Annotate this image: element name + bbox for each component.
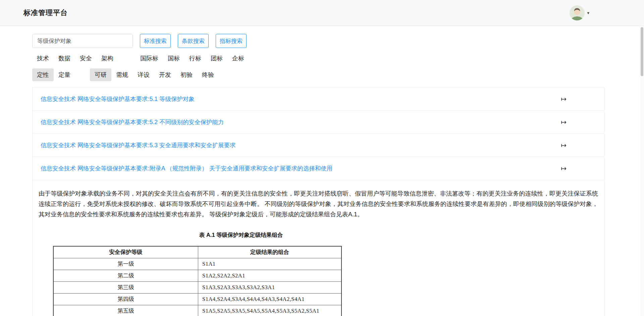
results-list: 信息安全技术 网络安全等级保护基本要求:5.1 等级保护对象 ↦ 信息安全技术 … (32, 87, 604, 180)
table-row: 第一级 S1A1 (53, 258, 341, 270)
result-title-link[interactable]: 信息安全技术 网络安全等级保护基本要求:5.3 安全通用要求和安全扩展要求 (41, 141, 235, 149)
filter-row-2: 定性 定量 可研 需规 详设 开发 初验 终验 (32, 68, 604, 81)
avatar[interactable] (570, 5, 585, 20)
filter-chip-phase[interactable]: 需规 (111, 68, 133, 81)
filter-group-standard-types: 国际标 国标 行标 团标 企标 (136, 52, 249, 65)
filter-chip-standard-type[interactable]: 行标 (184, 52, 206, 65)
level-cell: 第二级 (53, 270, 198, 282)
filter-chip-standard-type[interactable]: 国标 (163, 52, 184, 65)
filter-chip-method[interactable]: 定性 (32, 68, 54, 81)
level-cell: 第三级 (53, 282, 198, 294)
level-cell: 第五级 (53, 305, 198, 316)
result-title-link[interactable]: 信息安全技术 网络安全等级保护基本要求:附录A （规范性附录） 关于安全通用要求… (41, 164, 332, 172)
result-row[interactable]: 信息安全技术 网络安全等级保护基本要求:5.1 等级保护对象 ↦ (32, 87, 604, 111)
open-arrow-icon[interactable]: ↦ (561, 164, 567, 172)
table-scan: 表 A.1 等级保护对象定级结果组合 安全保护等级 定级结果的组合 第一级 S1… (53, 231, 342, 316)
table-row: 第二级 S1A2,S2A2,S2A1 (53, 270, 341, 282)
table-row: 第五级 S1A5,S2A5,S3A5,S4A5,S5A4,S5A3,S5A2,S… (53, 305, 341, 316)
filter-chip-phase[interactable]: 开发 (154, 68, 176, 81)
table-header-row: 安全保护等级 定级结果的组合 (53, 246, 341, 258)
table-row: 第四级 S1A4,S2A4,S3A4,S4A4,S4A3,S4A2,S4A1 (53, 294, 341, 305)
chevron-down-icon[interactable]: ▾ (587, 10, 589, 15)
filter-group-dimensions: 技术 数据 安全 架构 (32, 52, 118, 65)
combination-cell: S1A4,S2A4,S3A4,S4A4,S4A3,S4A2,S4A1 (198, 294, 342, 305)
result-row[interactable]: 信息安全技术 网络安全等级保护基本要求:5.3 安全通用要求和安全扩展要求 ↦ (32, 134, 604, 157)
main-content: 标准搜索 条款搜索 指标搜索 技术 数据 安全 架构 国际标 国标 行标 团标 (0, 34, 644, 316)
combination-cell: S1A2,S2A2,S2A1 (198, 270, 342, 282)
filter-chip-method[interactable]: 定量 (54, 68, 75, 81)
table-header-cell-level: 安全保护等级 (53, 246, 198, 258)
clause-search-button[interactable]: 条款搜索 (178, 34, 209, 48)
standard-search-button[interactable]: 标准搜索 (140, 34, 171, 48)
filter-chip-phase[interactable]: 初验 (176, 68, 197, 81)
app-title: 标准管理平台 (23, 8, 68, 17)
table-caption: 表 A.1 等级保护对象定级结果组合 (97, 231, 385, 239)
detail-panel: 由于等级保护对象承载的业务不同，对其的安全关注点会有所不同，有的更关注信息的安全… (32, 180, 604, 316)
filter-chip-phase[interactable]: 可研 (90, 68, 111, 81)
level-cell: 第一级 (53, 258, 198, 270)
detail-paragraph: 由于等级保护对象承载的业务不同，对其的安全关注点会有所不同，有的更关注信息的安全… (39, 189, 598, 220)
search-bar: 标准搜索 条款搜索 指标搜索 (32, 34, 604, 48)
combination-cell: S1A1 (198, 258, 342, 270)
combination-cell: S1A3,S2A3,S3A3,S3A2,S3A1 (198, 282, 342, 294)
result-row[interactable]: 信息安全技术 网络安全等级保护基本要求:附录A （规范性附录） 关于安全通用要求… (32, 157, 604, 180)
filter-row-1: 技术 数据 安全 架构 国际标 国标 行标 团标 企标 (32, 52, 604, 65)
filter-chip-phase[interactable]: 详设 (133, 68, 154, 81)
level-cell: 第四级 (53, 294, 198, 305)
grading-result-table: 安全保护等级 定级结果的组合 第一级 S1A1 第二级 S1A2,S2A2,S2… (53, 246, 342, 316)
filter-chip-standard-type[interactable]: 企标 (227, 52, 249, 65)
filter-chip-dimension[interactable]: 数据 (54, 52, 75, 65)
filter-chip-dimension[interactable]: 安全 (75, 52, 97, 65)
user-menu[interactable]: ▾ (570, 0, 589, 25)
table-header-cell-combination: 定级结果的组合 (198, 246, 342, 258)
filter-chip-dimension[interactable]: 技术 (32, 52, 54, 65)
open-arrow-icon[interactable]: ↦ (561, 118, 567, 126)
result-title-link[interactable]: 信息安全技术 网络安全等级保护基本要求:5.2 不同级别的安全保护能力 (41, 118, 224, 126)
scrollbar-thumb[interactable] (641, 27, 643, 76)
filter-group-methods: 定性 定量 (32, 68, 75, 81)
result-title-link[interactable]: 信息安全技术 网络安全等级保护基本要求:5.1 等级保护对象 (41, 95, 195, 103)
open-arrow-icon[interactable]: ↦ (561, 141, 567, 149)
indicator-search-button[interactable]: 指标搜索 (216, 34, 247, 48)
search-input[interactable] (32, 34, 133, 48)
result-row[interactable]: 信息安全技术 网络安全等级保护基本要求:5.2 不同级别的安全保护能力 ↦ (32, 110, 604, 134)
filter-chip-phase[interactable]: 终验 (197, 68, 219, 81)
filter-group-phases: 可研 需规 详设 开发 初验 终验 (90, 68, 219, 81)
app-header: 标准管理平台 ▾ (0, 0, 644, 26)
open-arrow-icon[interactable]: ↦ (561, 95, 567, 103)
filter-chip-dimension[interactable]: 架构 (97, 52, 118, 65)
filter-chip-standard-type[interactable]: 团标 (206, 52, 227, 65)
avatar-image (570, 5, 585, 20)
combination-cell: S1A5,S2A5,S3A5,S4A5,S5A4,S5A3,S5A2,S5A1 (198, 305, 342, 316)
table-row: 第三级 S1A3,S2A3,S3A3,S3A2,S3A1 (53, 282, 341, 294)
filter-chip-standard-type[interactable]: 国际标 (136, 52, 163, 65)
